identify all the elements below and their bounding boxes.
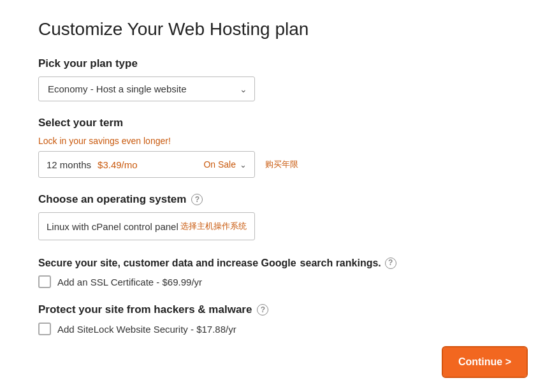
term-section: Select your term Lock in your savings ev… [38,117,514,178]
sitelock-section-label: Protect your site from hackers & malware… [38,303,514,316]
term-chinese-note: 购买年限 [265,159,298,170]
ssl-checkbox[interactable] [38,275,51,288]
savings-message: Lock in your savings even longer! [38,136,514,146]
os-selected-text: Linux with cPanel control panel [47,221,180,232]
plan-type-select[interactable]: Economy - Host a single website Deluxe -… [38,76,255,101]
term-chevron-icon: ⌄ [240,160,247,170]
plan-type-label: Pick your plan type [38,57,514,70]
page-title: Customize Your Web Hosting plan [38,19,514,40]
plan-type-select-wrapper[interactable]: Economy - Host a single website Deluxe -… [38,76,255,101]
os-help-icon[interactable]: ? [191,194,203,205]
sitelock-checkbox-label: Add SiteLock Website Security - $17.88/y… [57,324,236,335]
term-select[interactable]: 12 months $3.49/mo On Sale ⌄ [38,151,255,178]
ssl-checkbox-row: Add an SSL Certificate - $69.99/yr [38,275,514,288]
ssl-section: Secure your site, customer data and incr… [38,256,514,288]
sitelock-checkbox[interactable] [38,323,51,335]
continue-button[interactable]: Continue > [443,347,527,354]
os-select[interactable]: Linux with cPanel control panel 选择主机操作系统 [38,212,255,240]
os-label: Choose an operating system ? [38,193,514,206]
term-on-sale: On Sale [203,159,236,170]
os-chinese-note: 选择主机操作系统 [180,221,247,232]
sitelock-help-icon[interactable]: ? [257,304,268,316]
term-row: 12 months $3.49/mo On Sale ⌄ 购买年限 [38,151,514,178]
term-months: 12 months [47,159,91,170]
term-price: $3.49/mo [98,159,138,170]
os-section: Choose an operating system ? Linux with … [38,193,514,240]
plan-type-section: Pick your plan type Economy - Host a sin… [38,57,514,101]
term-label: Select your term [38,117,514,129]
sitelock-checkbox-row: Add SiteLock Website Security - $17.88/y… [38,323,514,335]
ssl-checkbox-label: Add an SSL Certificate - $69.99/yr [57,277,202,287]
ssl-section-label: Secure your site, customer data and incr… [38,256,514,270]
sitelock-section: Protect your site from hackers & malware… [38,303,514,335]
ssl-help-icon[interactable]: ? [385,258,396,269]
